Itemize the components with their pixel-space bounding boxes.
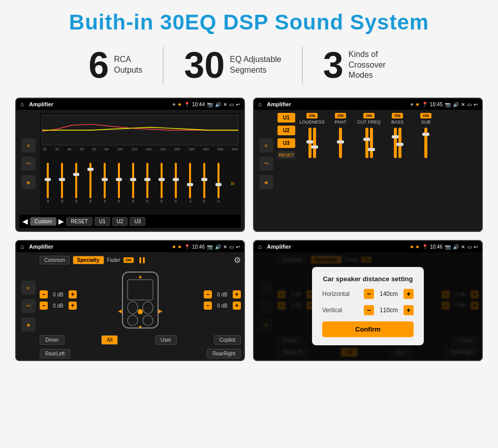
- copilot-btn[interactable]: Copilot: [214, 335, 241, 345]
- fader-fl-plus[interactable]: +: [69, 290, 77, 298]
- fader-battery-icon: ▭: [229, 244, 234, 250]
- eq-slider-13[interactable]: -1: [212, 163, 225, 203]
- eq-slider-5[interactable]: 0: [99, 163, 111, 203]
- fader-fr-plus[interactable]: +: [233, 290, 241, 298]
- eq-reset-btn[interactable]: RESET: [66, 217, 92, 226]
- xover-volume-icon: 🔊: [453, 102, 459, 107]
- fader-fr-minus[interactable]: −: [204, 290, 212, 298]
- fader-back-icon[interactable]: ↩: [236, 244, 240, 250]
- loudness-slider-r[interactable]: [313, 128, 316, 158]
- sub-on[interactable]: ON: [420, 113, 431, 118]
- svg-text:▶: ▶: [159, 308, 163, 314]
- eq-wave-icon[interactable]: 〜: [21, 157, 36, 171]
- vertical-label: Vertical: [322, 307, 360, 314]
- home-icon[interactable]: ⌂: [20, 101, 24, 108]
- fader-rr-val: 0 dB: [213, 303, 231, 309]
- xover-u2-btn[interactable]: U2: [277, 126, 295, 135]
- eq-slider-3[interactable]: 0: [70, 163, 83, 203]
- dialog-screen: ⌂ Amplifier 📍 10:46 📷 🔊 ✕ ▭ ↩ ≡ 〜 ◈: [253, 240, 483, 361]
- eq-slider-6[interactable]: 0: [113, 163, 126, 203]
- eq-custom-btn[interactable]: Custom: [30, 217, 56, 226]
- eq-more-icon[interactable]: »: [226, 179, 239, 187]
- xover-location-icon: 📍: [422, 102, 428, 107]
- phat-on[interactable]: ON: [335, 113, 346, 118]
- cutfreq-on[interactable]: ON: [363, 113, 375, 118]
- eq-prev-btn[interactable]: ◀: [22, 217, 28, 225]
- eq-slider-2[interactable]: 0: [56, 163, 69, 203]
- loudness-label: LOUDNESS: [299, 120, 325, 125]
- fader-fl-ctrl: − 0 dB +: [40, 290, 77, 298]
- loudness-on[interactable]: ON: [306, 113, 318, 118]
- driver-btn[interactable]: Driver: [40, 335, 65, 345]
- vertical-plus-btn[interactable]: +: [403, 305, 414, 315]
- all-btn[interactable]: All: [101, 335, 118, 345]
- eq-u2-btn[interactable]: U2: [112, 217, 128, 226]
- car-diagram-wrapper: ▲ ▼ ◀ ▶: [80, 267, 201, 333]
- xover-reset-btn[interactable]: RESET: [277, 151, 295, 159]
- dialog-status-icons: 📍 10:46 📷 🔊 ✕ ▭ ↩: [422, 244, 478, 250]
- dialog-home-icon[interactable]: ⌂: [258, 243, 262, 250]
- horizontal-minus-btn[interactable]: −: [364, 289, 374, 299]
- phat-slider[interactable]: [339, 128, 342, 158]
- eq-slider-4[interactable]: 5: [84, 163, 97, 203]
- fader-rr-minus[interactable]: −: [204, 302, 212, 310]
- fader-wave-icon[interactable]: 〜: [21, 299, 36, 313]
- bass-slider-r[interactable]: [398, 128, 401, 158]
- eq-u3-btn[interactable]: U3: [130, 217, 145, 226]
- sub-slider[interactable]: [424, 128, 427, 158]
- eq-slider-1[interactable]: 0: [42, 163, 54, 203]
- xover-filter-icon[interactable]: ≡: [259, 138, 273, 153]
- fader-rl-minus[interactable]: −: [40, 302, 48, 310]
- xover-home-icon[interactable]: ⌂: [258, 101, 262, 108]
- eq-u1-btn[interactable]: U1: [95, 217, 110, 226]
- fader-rr-plus[interactable]: +: [233, 302, 241, 310]
- svg-point-5: [128, 302, 138, 314]
- fader-speaker-icon[interactable]: ◈: [21, 317, 36, 332]
- loudness-slider-l[interactable]: [308, 128, 312, 158]
- eq-freq-labels: 2532405063 80100125160200 25032040050063…: [42, 147, 239, 151]
- settings-icon[interactable]: ⚙: [234, 255, 241, 265]
- eq-slider-12[interactable]: 0: [198, 163, 210, 203]
- confirm-button[interactable]: Confirm: [322, 321, 414, 337]
- xover-dot-2: [416, 103, 419, 106]
- eq-speaker-icon[interactable]: ◈: [21, 175, 36, 189]
- bass-on[interactable]: ON: [392, 113, 403, 118]
- specialty-mode-btn[interactable]: Specialty: [73, 256, 104, 264]
- eq-slider-11[interactable]: -1: [183, 163, 196, 203]
- eq-next-btn[interactable]: ▶: [58, 217, 64, 225]
- eq-screen: ⌂ Amplifier 📍 10:44 📷 🔊 ✕ ▭ ↩ ≡ 〜 ◈: [15, 98, 245, 232]
- user-btn[interactable]: User: [155, 335, 177, 345]
- fader-rl-plus[interactable]: +: [69, 302, 77, 310]
- xover-u3-btn[interactable]: U3: [277, 138, 295, 148]
- xover-u1-btn[interactable]: U1: [277, 113, 295, 123]
- fader-fl-minus[interactable]: −: [40, 290, 48, 298]
- distance-dialog: Car speaker distance setting Horizontal …: [312, 267, 424, 345]
- eq-slider-10[interactable]: 0: [169, 163, 182, 203]
- stat-rca: 6 RCAOutputs: [68, 47, 163, 83]
- stat-crossover-number: 3: [323, 47, 344, 83]
- xover-back-icon[interactable]: ↩: [474, 102, 478, 107]
- common-mode-btn[interactable]: Common: [40, 256, 70, 264]
- fader-camera-icon: 📷: [207, 244, 213, 250]
- xover-speaker-icon[interactable]: ◈: [259, 175, 273, 189]
- fader-close-icon: ✕: [223, 244, 227, 250]
- fader-home-icon[interactable]: ⌂: [20, 243, 24, 250]
- rearleft-btn[interactable]: RearLeft: [40, 349, 70, 359]
- rearright-btn[interactable]: RearRight: [207, 349, 241, 359]
- eq-slider-7[interactable]: 0: [127, 163, 140, 203]
- status-dot-2: [178, 103, 181, 106]
- dialog-back-icon[interactable]: ↩: [474, 244, 478, 250]
- eq-slider-8[interactable]: 0: [141, 163, 153, 203]
- xover-wave-icon[interactable]: 〜: [259, 157, 273, 171]
- fader-filter-icon[interactable]: ≡: [21, 281, 36, 295]
- fader-right-speakers: − 0 dB + − 0 dB +: [204, 290, 241, 310]
- cutfreq-slider-r[interactable]: [370, 128, 373, 158]
- eq-filter-icon[interactable]: ≡: [21, 138, 36, 153]
- fader-time: 10:46: [192, 244, 205, 250]
- fader-on-badge[interactable]: ON: [123, 257, 134, 263]
- back-icon[interactable]: ↩: [236, 102, 240, 107]
- cutfreq-slider-l[interactable]: [365, 128, 368, 158]
- vertical-minus-btn[interactable]: −: [364, 305, 374, 315]
- horizontal-plus-btn[interactable]: +: [403, 289, 414, 299]
- eq-slider-9[interactable]: 0: [155, 163, 168, 203]
